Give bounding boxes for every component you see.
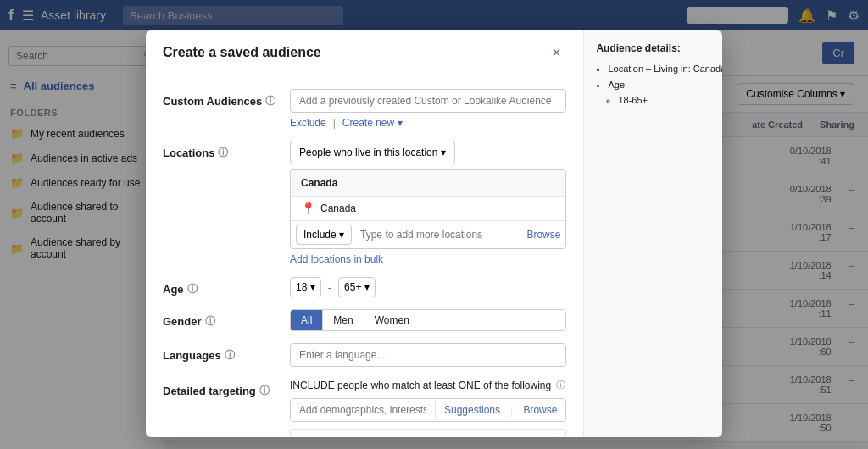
audience-details-title: Audience details: <box>596 42 722 54</box>
demographics-info-icon[interactable]: ⓘ <box>548 435 557 437</box>
gender-label: Gender ⓘ <box>163 309 290 329</box>
custom-audiences-label: Custom Audiences ⓘ <box>163 89 290 108</box>
languages-label: Languages ⓘ <box>163 343 290 363</box>
locations-dropdown-button[interactable]: People who live in this location ▾ <box>290 141 455 164</box>
gender-field: All Men Women <box>290 309 566 331</box>
dt-suggestions-button[interactable]: Suggestions <box>435 400 509 420</box>
dt-description-row: INCLUDE people who match at least ONE of… <box>290 379 566 391</box>
list-item: 18-65+ <box>618 92 722 108</box>
dt-info-icon[interactable]: ⓘ <box>556 379 565 391</box>
audience-details-list: Location – Living in: Canada Age: 18-65+ <box>596 61 722 108</box>
detailed-targeting-field: INCLUDE people who match at least ONE of… <box>290 379 566 437</box>
location-pin-icon: 📍 <box>301 202 315 215</box>
location-type-input[interactable] <box>355 226 523 243</box>
add-bulk-link[interactable]: Add locations in bulk <box>290 253 383 265</box>
locations-row: Locations ⓘ People who live in this loca… <box>163 141 566 265</box>
location-box: Canada 📍 Canada Include ▾ Browse <box>290 169 566 249</box>
custom-audiences-row: Custom Audiences ⓘ Exclude | Create new … <box>163 89 566 129</box>
info-icon[interactable]: ⓘ <box>218 146 228 160</box>
gender-toggle-group: All Men Women <box>290 309 566 331</box>
info-icon[interactable]: ⓘ <box>225 348 235 363</box>
info-icon[interactable]: ⓘ <box>187 282 198 297</box>
dialog-close-button[interactable]: × <box>546 42 566 63</box>
create-audience-dialog: Create a saved audience × Custom Audienc… <box>146 30 722 437</box>
dt-description: INCLUDE people who match at least ONE of… <box>290 380 551 391</box>
create-new-button[interactable]: Create new ▾ <box>342 117 403 129</box>
dt-browse-button[interactable]: Browse <box>515 400 565 420</box>
location-country-header: Canada <box>291 170 565 197</box>
dialog-main: Create a saved audience × Custom Audienc… <box>146 30 583 437</box>
custom-audience-input[interactable] <box>290 89 566 113</box>
gender-all-button[interactable]: All <box>291 310 323 330</box>
gender-men-button[interactable]: Men <box>323 310 364 330</box>
dt-search-row: Suggestions | Browse <box>290 398 566 422</box>
detailed-targeting-label: Detailed targeting ⓘ <box>163 379 290 398</box>
gender-row: Gender ⓘ All Men Women <box>163 309 566 331</box>
dt-category-demographics[interactable]: ▶ Demographics ⓘ <box>290 429 566 437</box>
divider: | <box>333 117 336 129</box>
gender-women-button[interactable]: Women <box>364 310 420 330</box>
min-age-dropdown[interactable]: 18 ▾ <box>290 277 321 297</box>
exclude-button[interactable]: Exclude <box>290 117 326 129</box>
browse-locations-button[interactable]: Browse <box>526 229 560 241</box>
languages-row: Languages ⓘ <box>163 343 566 367</box>
max-age-dropdown[interactable]: 65+ ▾ <box>338 277 376 297</box>
locations-field: People who live in this location ▾ Canad… <box>290 141 566 265</box>
detailed-targeting-row: Detailed targeting ⓘ INCLUDE people who … <box>163 379 566 437</box>
age-controls: 18 ▾ - 65+ ▾ <box>290 277 566 297</box>
modal-overlay: Create a saved audience × Custom Audienc… <box>0 0 868 449</box>
info-icon[interactable]: ⓘ <box>265 94 275 108</box>
dialog-title: Create a saved audience <box>163 45 321 60</box>
custom-audiences-field: Exclude | Create new ▾ <box>290 89 566 129</box>
languages-field <box>290 343 566 367</box>
include-dropdown-button[interactable]: Include ▾ <box>296 224 352 245</box>
location-item: 📍 Canada <box>291 197 565 220</box>
list-item: Age: 18-65+ <box>608 77 722 108</box>
locations-label: Locations ⓘ <box>163 141 290 160</box>
dialog-header: Create a saved audience × <box>146 30 583 75</box>
age-row: Age ⓘ 18 ▾ - 65+ ▾ <box>163 277 566 297</box>
languages-input[interactable] <box>290 343 566 367</box>
dialog-body: Custom Audiences ⓘ Exclude | Create new … <box>146 75 583 437</box>
location-search-row: Include ▾ Browse <box>291 220 565 248</box>
dialog-sidebar-details: Audience details: Location – Living in: … <box>583 30 722 437</box>
dt-search-input[interactable] <box>291 399 435 421</box>
exclude-create-row: Exclude | Create new ▾ <box>290 117 566 129</box>
age-label: Age ⓘ <box>163 277 290 297</box>
info-icon[interactable]: ⓘ <box>259 384 270 398</box>
info-icon[interactable]: ⓘ <box>205 314 215 329</box>
age-dash: - <box>328 281 331 294</box>
list-item: Location – Living in: Canada <box>608 61 722 77</box>
age-field: 18 ▾ - 65+ ▾ <box>290 277 566 297</box>
